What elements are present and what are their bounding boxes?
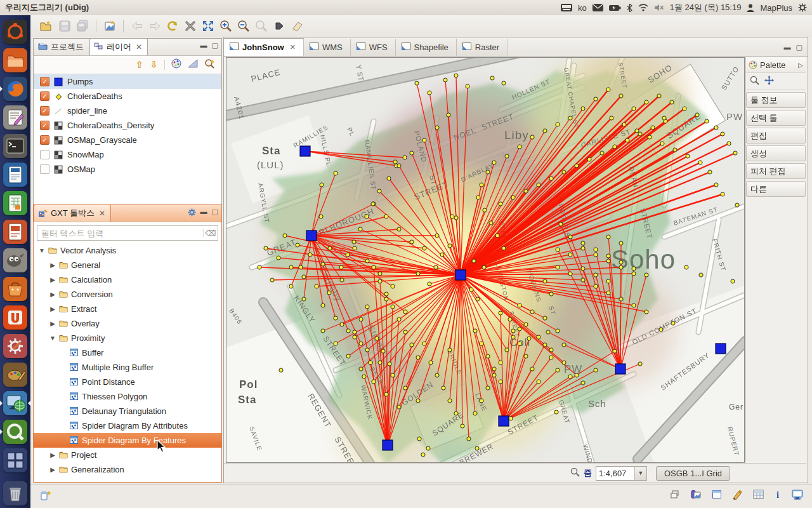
tree-item-thiessen-polygon[interactable]: Thiessen Polygon bbox=[34, 389, 221, 404]
launcher-paint-icon[interactable] bbox=[3, 363, 27, 387]
run-button[interactable] bbox=[272, 18, 287, 34]
palette-section-편집[interactable]: 편집 bbox=[746, 128, 806, 144]
tree-item-vector-analysis[interactable]: ▼Vector Analysis bbox=[34, 243, 221, 258]
layer-visibility-checkbox[interactable]: ✓ bbox=[40, 91, 49, 101]
new-dropdown-button[interactable] bbox=[39, 18, 55, 34]
expand-toggle-icon[interactable]: ▶ bbox=[49, 451, 56, 458]
editor-tab-wfs[interactable]: WFS bbox=[351, 39, 396, 57]
launcher-system-settings-icon[interactable] bbox=[3, 334, 27, 358]
clock-label[interactable]: 1월 24일 (목) 15:19 bbox=[670, 2, 742, 13]
new-map-button[interactable] bbox=[102, 18, 117, 34]
keyboard-indicator-icon[interactable] bbox=[561, 4, 572, 11]
maximize-icon[interactable]: ▢ bbox=[796, 43, 802, 51]
eraser-button[interactable] bbox=[289, 18, 304, 34]
minimize-icon[interactable]: ▬ bbox=[784, 43, 791, 51]
move-down-icon[interactable]: ⇩ bbox=[150, 59, 158, 70]
expand-toggle-icon[interactable]: ▶ bbox=[49, 320, 56, 327]
layers-map-icon[interactable] bbox=[690, 489, 702, 502]
map-canvas[interactable]: PLACEA4201Sta(LUL)HILLS PLRAMILLIESPLRAM… bbox=[226, 57, 745, 463]
expand-toggle-icon[interactable]: ▼ bbox=[39, 247, 45, 254]
launcher-text-editor-icon[interactable] bbox=[3, 105, 27, 130]
maximize-icon[interactable]: ▢ bbox=[212, 42, 218, 48]
layer-row-CholeraDeaths_Density[interactable]: ✓CholeraDeaths_Density bbox=[34, 118, 221, 133]
tree-item-calculation[interactable]: ▶Calculation bbox=[34, 272, 221, 287]
pen-tool-icon[interactable] bbox=[732, 490, 743, 502]
console-icon[interactable] bbox=[792, 490, 803, 502]
layer-visibility-checkbox[interactable]: ✓ bbox=[40, 121, 49, 130]
zoom-layer-icon[interactable] bbox=[204, 58, 215, 71]
layer-visibility-checkbox[interactable]: ✓ bbox=[40, 135, 49, 145]
session-gear-icon[interactable] bbox=[798, 3, 807, 12]
tree-item-proximity[interactable]: ▼Proximity bbox=[34, 331, 221, 345]
launcher-firefox-icon[interactable] bbox=[3, 77, 27, 101]
layer-row-OSMap_Grayscale[interactable]: ✓OSMap_Grayscale bbox=[34, 133, 221, 147]
keyboard-layout-label[interactable]: ko bbox=[578, 3, 587, 13]
expand-toggle-icon[interactable]: ▶ bbox=[49, 262, 56, 269]
refresh-button[interactable] bbox=[165, 18, 180, 34]
zoom-out-button[interactable] bbox=[236, 18, 251, 34]
layer-row-SnowMap[interactable]: SnowMap bbox=[34, 147, 221, 162]
expand-toggle-icon[interactable]: ▶ bbox=[49, 291, 56, 298]
launcher-writer-icon[interactable] bbox=[3, 163, 27, 187]
close-tab-icon[interactable]: ✕ bbox=[136, 43, 142, 51]
tree-item-extract[interactable]: ▶Extract bbox=[34, 302, 221, 316]
tree-item-point-distance[interactable]: Point Distance bbox=[34, 375, 221, 389]
trash-icon[interactable] bbox=[3, 481, 27, 505]
clear-filter-icon[interactable]: ⌫ bbox=[203, 229, 218, 237]
tree-item-delaunay-triangulation[interactable]: Delaunay Triangulation bbox=[34, 404, 221, 418]
launcher-gimp-icon[interactable] bbox=[3, 248, 27, 272]
table-icon[interactable] bbox=[753, 490, 764, 502]
palette-expand-icon[interactable]: ▷ bbox=[798, 62, 803, 69]
layer-visibility-checkbox[interactable] bbox=[40, 164, 49, 174]
launcher-ubuntu-dash-icon[interactable] bbox=[3, 20, 27, 44]
maximize-icon[interactable]: ▢ bbox=[212, 208, 218, 217]
editor-tab-raster[interactable]: Raster bbox=[457, 39, 508, 57]
mail-icon[interactable] bbox=[593, 4, 603, 11]
scale-dropdown-icon[interactable]: ▼ bbox=[634, 467, 646, 480]
palette-section-다른[interactable]: 다른 bbox=[746, 181, 806, 197]
fast-view-icon[interactable] bbox=[41, 490, 52, 504]
layer-row-spider_line[interactable]: ✓spider_line bbox=[34, 104, 221, 118]
launcher-workspaces-icon[interactable] bbox=[3, 448, 27, 472]
layer-visibility-checkbox[interactable] bbox=[40, 150, 49, 159]
info-icon[interactable]: i bbox=[774, 490, 782, 502]
wifi-icon[interactable] bbox=[638, 4, 648, 11]
palette-header[interactable]: Palette ▷ bbox=[746, 57, 806, 73]
tree-item-general[interactable]: ▶General bbox=[34, 258, 221, 272]
tab-gxt-toolbox[interactable]: GXT 툴박스 ✕ bbox=[34, 204, 111, 222]
bluetooth-icon[interactable] bbox=[627, 4, 632, 12]
tree-item-spider-diagram-by-features[interactable]: Spider Diagram By Features bbox=[34, 433, 221, 448]
tab-projects[interactable]: 프로젝트 bbox=[34, 38, 89, 55]
launcher-impress-icon[interactable] bbox=[3, 220, 27, 244]
tree-item-spider-diagram-by-attributes[interactable]: Spider Diagram By Attributes bbox=[34, 418, 221, 433]
editor-window-icon[interactable] bbox=[712, 490, 722, 502]
launcher-terminal-icon[interactable] bbox=[3, 134, 27, 158]
expand-toggle-icon[interactable]: ▼ bbox=[49, 335, 56, 342]
editor-tab-shapefile[interactable]: Shapefile bbox=[396, 39, 457, 57]
minimize-icon[interactable]: ▬ bbox=[200, 208, 207, 217]
restore-window-icon[interactable] bbox=[670, 490, 680, 502]
transparency-icon[interactable] bbox=[188, 59, 198, 70]
palette-section-툴-정보[interactable]: 툴 정보 bbox=[746, 92, 806, 108]
filter-text-input[interactable] bbox=[37, 229, 203, 238]
user-name-label[interactable]: MapPlus bbox=[760, 3, 792, 13]
close-tab-icon[interactable]: ✕ bbox=[99, 209, 105, 218]
tree-item-buffer[interactable]: Buffer bbox=[34, 345, 221, 360]
expand-toggle-icon[interactable]: ▶ bbox=[49, 466, 56, 473]
launcher-calc-icon[interactable] bbox=[3, 191, 27, 215]
scale-input[interactable] bbox=[596, 469, 634, 478]
layer-row-OSMap[interactable]: OSMap bbox=[34, 162, 221, 177]
pan-tool-icon[interactable] bbox=[764, 76, 774, 87]
crs-button[interactable]: OSGB 1...I Grid bbox=[656, 466, 730, 481]
launcher-qgis-icon[interactable] bbox=[3, 420, 27, 444]
tree-item-conversion[interactable]: ▶Conversion bbox=[34, 287, 221, 302]
editor-tab-wms[interactable]: WMS bbox=[304, 39, 351, 57]
volume-muted-icon[interactable] bbox=[654, 4, 664, 11]
zoom-extent-button[interactable] bbox=[200, 18, 216, 34]
launcher-files-icon[interactable] bbox=[3, 48, 27, 72]
editor-tab-johnsnow[interactable]: JohnSnow✕ bbox=[224, 38, 304, 57]
battery-icon[interactable] bbox=[609, 4, 621, 11]
palette-section-피처-편집[interactable]: 피처 편집 bbox=[746, 163, 806, 179]
launcher-ubuntu-one-icon[interactable] bbox=[3, 305, 27, 330]
launcher-udig-icon[interactable] bbox=[3, 391, 27, 415]
